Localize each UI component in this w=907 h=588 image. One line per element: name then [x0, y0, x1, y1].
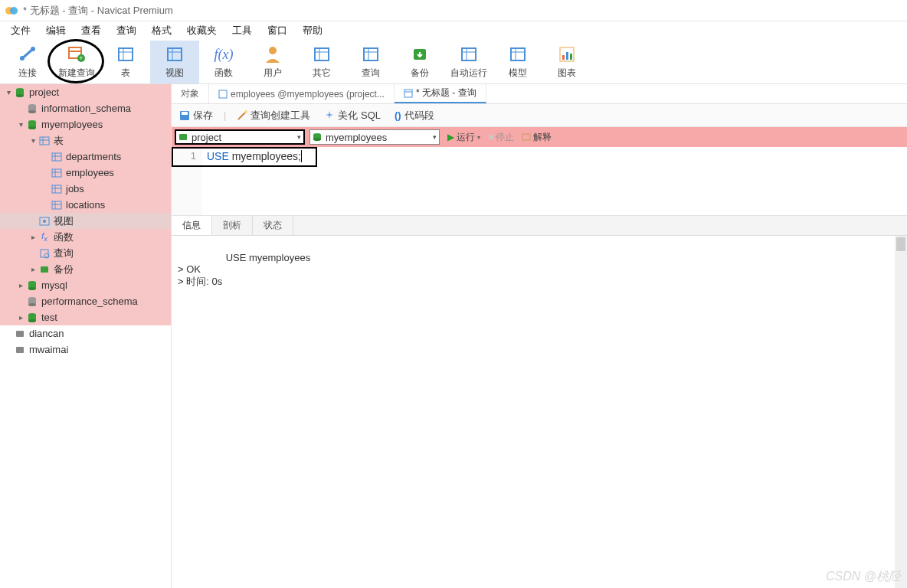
- expand-icon[interactable]: ▸: [28, 265, 38, 273]
- doc-tab[interactable]: employees @myemployees (project...: [209, 84, 395, 103]
- results-pane: 信息 剖析 状态 USE myemployees > OK > 时间: 0s: [172, 216, 907, 588]
- expand-icon[interactable]: ▾: [15, 120, 26, 129]
- toolbar-chart-button[interactable]: 图表: [542, 41, 591, 83]
- tree-label: 表: [54, 134, 64, 148]
- toolbar-connect-button[interactable]: 连接: [3, 41, 52, 83]
- svg-point-15: [269, 47, 277, 54]
- tree-item---[interactable]: ▸fx函数: [0, 229, 171, 245]
- toolbar-user-button[interactable]: 用户: [248, 41, 297, 83]
- menu-file[interactable]: 文件: [3, 21, 38, 40]
- result-output: USE myemployees > OK > 时间: 0s: [172, 236, 907, 588]
- doc-tab[interactable]: 对象: [172, 84, 209, 103]
- tree-item-departments[interactable]: departments: [0, 149, 171, 165]
- tree-item-performance-schema[interactable]: performance_schema: [0, 293, 171, 309]
- connection-select[interactable]: project ▾: [175, 129, 305, 145]
- app-logo-icon: [5, 4, 18, 18]
- query-builder-button[interactable]: 查询创建工具: [234, 107, 313, 124]
- tree-item-information-schema[interactable]: information_schema: [0, 100, 171, 116]
- query-icon: [38, 247, 51, 260]
- tab-label: 对象: [181, 87, 199, 100]
- stop-button[interactable]: ■ 停止: [488, 131, 514, 144]
- toolbar-other-button[interactable]: 其它: [297, 41, 346, 83]
- tree-item-employees[interactable]: employees: [0, 165, 171, 181]
- expand-icon[interactable]: ▸: [15, 281, 26, 289]
- expand-icon[interactable]: ▸: [15, 313, 26, 322]
- explain-button[interactable]: 解释: [519, 129, 555, 145]
- toolbar-backup-button[interactable]: 备份: [395, 41, 444, 83]
- db-green-icon: [14, 87, 26, 99]
- menu-help[interactable]: 帮助: [295, 21, 330, 40]
- expand-icon[interactable]: ▾: [3, 88, 14, 96]
- tree-item-locations[interactable]: locations: [0, 197, 171, 213]
- editor-content[interactable]: USE myemployees;: [202, 147, 907, 215]
- model-icon: [507, 44, 529, 65]
- toolbar-function-button[interactable]: f(x)函数: [199, 41, 248, 83]
- sql-editor[interactable]: 1 USE myemployees;: [172, 147, 907, 216]
- conn-gray-icon: [14, 328, 26, 340]
- tree-item-mysql[interactable]: ▸mysql: [0, 277, 171, 293]
- svg-point-41: [28, 126, 36, 129]
- document-tabs: 对象employees @myemployees (project...* 无标…: [172, 84, 907, 104]
- svg-rect-48: [52, 169, 61, 177]
- backup-icon: [38, 263, 51, 276]
- right-panel: 对象employees @myemployees (project...* 无标…: [172, 84, 907, 588]
- menu-favorites[interactable]: 收藏夹: [179, 21, 224, 40]
- object-tree[interactable]: ▾projectinformation_schema▾myemployees▾表…: [0, 84, 172, 588]
- doc-tab[interactable]: * 无标题 - 查询: [395, 84, 486, 103]
- tree-item-test[interactable]: ▸test: [0, 309, 171, 325]
- tree-item--[interactable]: ▾表: [0, 132, 171, 149]
- toolbar-autorun-button[interactable]: 自动运行: [444, 41, 493, 83]
- tree-label: performance_schema: [41, 296, 138, 307]
- wand-icon: [237, 110, 247, 121]
- menu-edit[interactable]: 编辑: [38, 21, 74, 40]
- tree-item-myemployees[interactable]: ▾myemployees: [0, 116, 171, 132]
- svg-rect-77: [182, 112, 188, 115]
- tree-item-project[interactable]: ▾project: [0, 84, 171, 100]
- result-tab-info[interactable]: 信息: [172, 216, 212, 235]
- table-icon: [51, 183, 63, 195]
- run-button[interactable]: ▶ 运行 ▾: [444, 129, 483, 145]
- scrollbar-thumb[interactable]: [896, 237, 905, 251]
- svg-rect-73: [219, 90, 227, 98]
- expand-icon[interactable]: ▾: [28, 136, 38, 145]
- toolbar-view-button[interactable]: 视图: [150, 41, 199, 83]
- tree-label: information_schema: [41, 103, 131, 114]
- beautify-sql-button[interactable]: 美化 SQL: [321, 107, 384, 124]
- tree-item---[interactable]: ▸备份: [0, 261, 171, 277]
- toolbar-table-button[interactable]: 表: [101, 41, 150, 83]
- toolbar-model-button[interactable]: 模型: [493, 41, 542, 83]
- menu-view[interactable]: 查看: [74, 21, 109, 40]
- svg-rect-26: [511, 48, 525, 60]
- svg-point-67: [28, 303, 36, 306]
- tree-label: 备份: [54, 263, 74, 276]
- tab-label: * 无标题 - 查询: [416, 87, 476, 100]
- menu-tools[interactable]: 工具: [224, 21, 260, 40]
- database-icon: [312, 132, 323, 142]
- menu-window[interactable]: 窗口: [260, 21, 295, 40]
- save-button[interactable]: 保存: [176, 107, 216, 124]
- tree-item---[interactable]: 查询: [0, 245, 171, 261]
- svg-rect-51: [52, 185, 61, 193]
- vertical-scrollbar[interactable]: [895, 236, 907, 588]
- svg-rect-80: [179, 134, 187, 140]
- result-tab-status[interactable]: 状态: [253, 216, 293, 235]
- menu-format[interactable]: 格式: [144, 21, 179, 40]
- database-select[interactable]: myemployees ▾: [309, 129, 440, 145]
- svg-rect-9: [119, 48, 133, 60]
- tree-item-mwaimai[interactable]: mwaimai: [0, 341, 171, 358]
- explain-icon: [522, 132, 531, 142]
- menu-query[interactable]: 查询: [109, 21, 144, 40]
- expand-icon[interactable]: ▸: [28, 233, 38, 241]
- result-tab-profile[interactable]: 剖析: [212, 216, 253, 235]
- svg-rect-19: [364, 48, 378, 60]
- toolbar-query-button[interactable]: 查询: [346, 41, 395, 83]
- db-green-icon: [26, 279, 38, 292]
- tree-item-jobs[interactable]: jobs: [0, 181, 171, 197]
- svg-rect-32: [570, 54, 572, 60]
- tree-item-diancan[interactable]: diancan: [0, 325, 171, 341]
- code-snippet-button[interactable]: () 代码段: [391, 107, 437, 124]
- toolbar-label: 新建查询: [58, 67, 95, 80]
- query-subtoolbar: 保存 | 查询创建工具 美化 SQL () 代码段: [172, 104, 907, 127]
- toolbar-newquery-button[interactable]: +新建查询: [52, 41, 101, 83]
- tree-item---[interactable]: 视图: [0, 213, 171, 229]
